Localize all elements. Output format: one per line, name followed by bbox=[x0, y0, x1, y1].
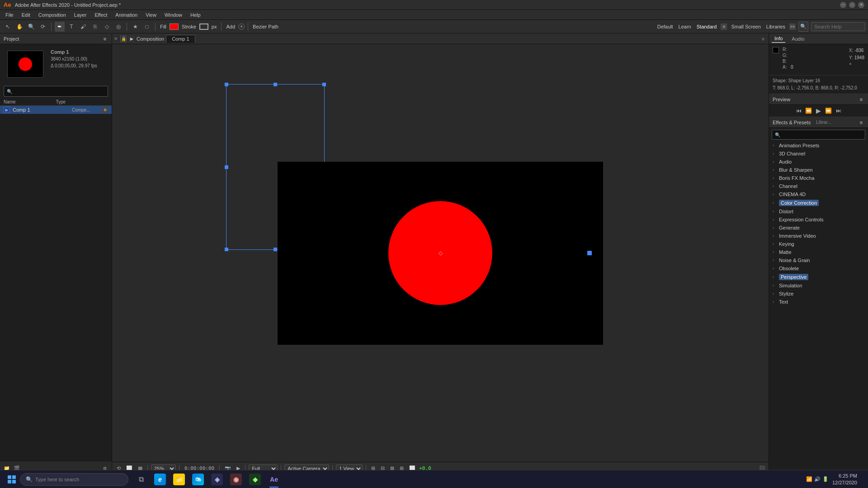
taskbar-explorer[interactable]: 📁 bbox=[170, 470, 188, 488]
effect-noise-&-grain[interactable]: ›Noise & Grain bbox=[769, 256, 868, 264]
tool-star[interactable]: ★ bbox=[130, 22, 140, 32]
taskbar-edge[interactable]: e bbox=[151, 470, 169, 488]
effect-channel[interactable]: ›Channel bbox=[769, 182, 868, 190]
play-button[interactable]: ▶ bbox=[815, 107, 823, 115]
menu-composition[interactable]: Composition bbox=[35, 11, 70, 19]
effect-expression-controls[interactable]: ›Expression Controls bbox=[769, 216, 868, 224]
close-comp-icon[interactable]: ✕ bbox=[114, 36, 118, 41]
windows-start-button[interactable] bbox=[4, 471, 20, 488]
taskbar-app7[interactable]: ◉ bbox=[227, 470, 245, 488]
skip-forward-button[interactable]: ⏭ bbox=[835, 107, 843, 115]
next-frame-button[interactable]: ⏩ bbox=[825, 107, 833, 115]
taskbar-task-view[interactable]: ⧉ bbox=[132, 470, 150, 488]
effect-distort[interactable]: ›Distort bbox=[769, 207, 868, 216]
battery-icon[interactable]: 🔋 bbox=[822, 476, 829, 482]
effect-immersive-video[interactable]: ›Immersive Video bbox=[769, 232, 868, 240]
close-button[interactable]: ✕ bbox=[858, 2, 864, 8]
preview-menu[interactable]: ≡ bbox=[858, 96, 864, 103]
comp-tab-comp1[interactable]: Comp 1 bbox=[166, 35, 195, 43]
taskbar-clock[interactable]: 6:25 PM 12/27/2020 bbox=[832, 473, 857, 486]
tool-pen[interactable]: ✒ bbox=[55, 22, 65, 32]
add-button[interactable]: + bbox=[238, 23, 245, 30]
tool-text[interactable]: T bbox=[66, 22, 76, 32]
tool-zoom[interactable]: 🔍 bbox=[26, 22, 36, 32]
skip-back-button[interactable]: ⏮ bbox=[795, 107, 803, 115]
effect-text[interactable]: ›Text bbox=[769, 298, 868, 306]
tool-hand[interactable]: ✋ bbox=[14, 22, 24, 32]
effect-animation-presets[interactable]: ›Animation Presets bbox=[769, 141, 868, 150]
window-controls[interactable]: ─ □ ✕ bbox=[840, 2, 864, 8]
standard-menu[interactable]: ≡ bbox=[721, 23, 727, 30]
project-search-bar[interactable]: 🔍 bbox=[4, 86, 108, 97]
more-tools[interactable]: >> bbox=[789, 23, 796, 30]
taskbar-after-effects[interactable]: Ae bbox=[265, 470, 283, 488]
tool-square[interactable]: □ bbox=[142, 22, 152, 32]
tool-clone[interactable]: ⎘ bbox=[90, 22, 100, 32]
tool-shape[interactable]: ◇ bbox=[102, 22, 112, 32]
menu-view[interactable]: View bbox=[142, 11, 160, 19]
handle-ml[interactable] bbox=[225, 165, 228, 169]
menu-help[interactable]: Help bbox=[187, 11, 204, 19]
handle-tm[interactable] bbox=[274, 83, 277, 86]
effects-search-bar[interactable]: 🔍 bbox=[772, 130, 865, 140]
comp-menu-icon[interactable]: ≡ bbox=[760, 35, 767, 42]
right-anchor[interactable] bbox=[587, 251, 592, 255]
audio-tab[interactable]: Audio bbox=[789, 35, 807, 42]
menu-file[interactable]: File bbox=[2, 11, 17, 19]
menu-layer[interactable]: Layer bbox=[71, 11, 90, 19]
menu-effect[interactable]: Effect bbox=[91, 11, 111, 19]
effect-audio[interactable]: ›Audio bbox=[769, 158, 868, 166]
info-tabs: Info Audio bbox=[769, 33, 868, 44]
search-icon[interactable]: 🔍 bbox=[798, 22, 808, 32]
effect-stylize[interactable]: ›Stylize bbox=[769, 290, 868, 298]
menu-animation[interactable]: Animation bbox=[112, 11, 141, 19]
effect-generate[interactable]: ›Generate bbox=[769, 224, 868, 232]
effect-3d-channel[interactable]: ›3D Channel bbox=[769, 150, 868, 158]
show-desktop-button[interactable] bbox=[861, 471, 864, 488]
libraries-label[interactable]: Librar... bbox=[816, 120, 831, 125]
effect-simulation[interactable]: ›Simulation bbox=[769, 282, 868, 290]
maximize-button[interactable]: □ bbox=[849, 2, 855, 8]
handle-tr[interactable] bbox=[322, 83, 326, 86]
menu-window[interactable]: Window bbox=[161, 11, 186, 19]
effects-list: ›Animation Presets›3D Channel›Audio›Blur… bbox=[769, 141, 868, 474]
stroke-color[interactable] bbox=[199, 23, 208, 30]
tool-paint[interactable]: 🖌 bbox=[78, 22, 88, 32]
handle-tl[interactable] bbox=[225, 83, 228, 86]
effect-cinema-4d[interactable]: ›CINEMA 4D bbox=[769, 190, 868, 198]
taskbar-store[interactable]: 🛍 bbox=[189, 470, 207, 488]
help-search[interactable] bbox=[811, 22, 865, 31]
xy-add-icon[interactable]: + bbox=[849, 61, 864, 66]
tool-select[interactable]: ↖ bbox=[3, 22, 13, 32]
tool-puppet[interactable]: ◎ bbox=[113, 22, 123, 32]
taskbar-app8[interactable]: ◆ bbox=[246, 470, 264, 488]
comp-settings-icon[interactable]: ⚙ bbox=[102, 107, 108, 113]
effects-search-input[interactable] bbox=[780, 132, 862, 137]
minimize-button[interactable]: ─ bbox=[840, 2, 846, 8]
handle-bm[interactable] bbox=[274, 248, 277, 251]
effect-obsolete[interactable]: ›Obsolete bbox=[769, 264, 868, 272]
tool-rotate[interactable]: ⟳ bbox=[38, 22, 48, 32]
viewer-options-icon[interactable]: ▶ bbox=[128, 36, 135, 42]
taskbar-search-bar[interactable]: 🔍 Type here to search bbox=[20, 473, 128, 486]
effect-perspective[interactable]: ›Perspective bbox=[769, 272, 868, 282]
project-item-comp1[interactable]: ▶ Comp 1 Compe... ⚙ bbox=[0, 106, 112, 114]
network-icon[interactable]: 📶 bbox=[806, 476, 812, 482]
prev-frame-button[interactable]: ⏪ bbox=[805, 107, 813, 115]
effect-color-correction[interactable]: ›Color Correction bbox=[769, 198, 868, 207]
viewer-lock-icon[interactable]: 🔒 bbox=[120, 36, 127, 42]
effect-boris-fx-mocha[interactable]: ›Boris FX Mocha bbox=[769, 174, 868, 182]
effects-menu-icon[interactable]: ≡ bbox=[858, 119, 864, 126]
sound-icon[interactable]: 🔊 bbox=[814, 476, 821, 482]
effect-matte[interactable]: ›Matte bbox=[769, 248, 868, 256]
project-search-input[interactable] bbox=[12, 89, 105, 94]
menu-edit[interactable]: Edit bbox=[18, 11, 34, 19]
effect-blur-&-sharpen[interactable]: ›Blur & Sharpen bbox=[769, 166, 868, 174]
viewer[interactable]: ◇ bbox=[112, 44, 769, 462]
info-tab[interactable]: Info bbox=[772, 35, 785, 43]
fill-color[interactable] bbox=[170, 23, 179, 30]
project-menu[interactable]: ≡ bbox=[102, 36, 108, 42]
effect-keying[interactable]: ›Keying bbox=[769, 240, 868, 248]
handle-bl[interactable] bbox=[225, 248, 228, 251]
taskbar-app6[interactable]: ◈ bbox=[208, 470, 226, 488]
